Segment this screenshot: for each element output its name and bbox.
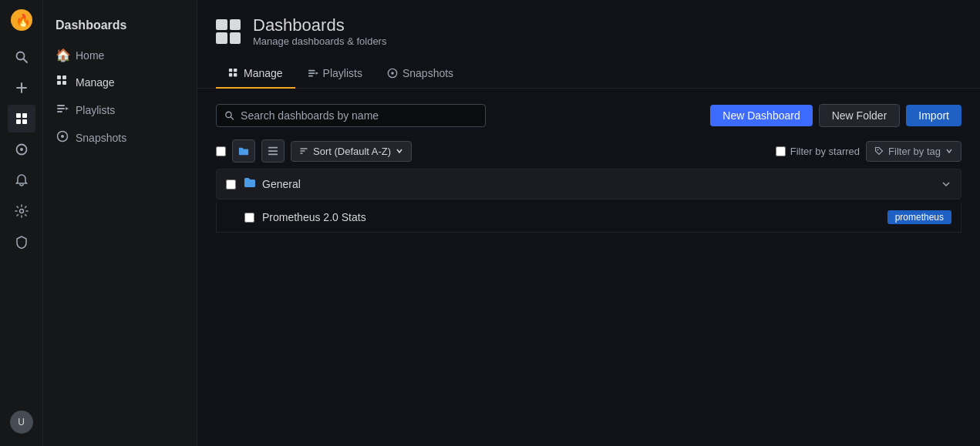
tab-playlists[interactable]: Playlists — [295, 59, 375, 89]
svg-text:🔥: 🔥 — [15, 13, 31, 28]
dashboard-row-prometheus[interactable]: Prometheus 2.0 Stats prometheus — [216, 203, 961, 233]
snapshots-icon — [56, 130, 69, 146]
main-content: Dashboards Manage dashboards & folders M… — [197, 0, 980, 446]
svg-rect-14 — [62, 75, 66, 79]
list-view-icon — [268, 146, 278, 156]
playlists-icon — [56, 102, 69, 118]
svg-rect-25 — [229, 73, 232, 76]
import-button[interactable]: Import — [906, 105, 961, 126]
tab-playlists-label: Playlists — [323, 67, 362, 79]
svg-point-22 — [61, 135, 64, 138]
filter-tag-chevron-icon — [945, 147, 953, 155]
new-folder-button[interactable]: New Folder — [819, 104, 901, 127]
tab-snapshots-label: Snapshots — [402, 67, 453, 79]
svg-rect-19 — [57, 111, 62, 112]
svg-rect-16 — [62, 81, 66, 85]
tabs-bar: Manage Playlists Snapshots — [197, 59, 980, 89]
folders-list: General Prometheus 2.0 Stats prometheus — [216, 169, 961, 233]
sort-icon — [299, 146, 308, 156]
page-header-icon — [216, 19, 241, 44]
svg-point-11 — [20, 148, 23, 151]
svg-rect-28 — [308, 72, 315, 74]
folder-name-general: General — [262, 178, 941, 190]
explore-nav-icon[interactable] — [8, 136, 35, 163]
filter-starred[interactable]: Filter by starred — [776, 146, 860, 157]
home-icon: 🏠 — [56, 48, 69, 62]
svg-rect-29 — [308, 75, 312, 77]
sidebar-title: Dashboards — [43, 12, 197, 42]
playlists-tab-icon — [308, 68, 318, 79]
sidebar-item-home-label: Home — [76, 49, 104, 62]
sidebar-item-snapshots[interactable]: Snapshots — [43, 124, 197, 152]
dashboards-nav-icon[interactable] — [8, 105, 35, 132]
page-header-text: Dashboards Manage dashboards & folders — [253, 15, 386, 47]
svg-rect-13 — [57, 75, 61, 79]
svg-rect-8 — [16, 119, 21, 124]
new-dashboard-button[interactable]: New Dashboard — [710, 105, 812, 126]
svg-marker-30 — [315, 72, 318, 75]
list-view-button[interactable] — [261, 139, 285, 163]
dashboard-tag-prometheus[interactable]: prometheus — [887, 210, 951, 224]
settings-nav-icon[interactable] — [8, 197, 35, 225]
content-area: New Dashboard New Folder Import — [197, 89, 980, 446]
svg-rect-27 — [308, 70, 315, 72]
svg-rect-17 — [57, 105, 65, 106]
shield-nav-icon[interactable] — [8, 228, 35, 256]
filter-starred-checkbox[interactable] — [776, 146, 786, 156]
tab-snapshots[interactable]: Snapshots — [375, 59, 466, 89]
sort-dropdown[interactable]: Sort (Default A-Z) — [291, 141, 412, 162]
chevron-down-icon — [396, 147, 403, 155]
svg-rect-18 — [57, 108, 65, 109]
svg-rect-7 — [22, 113, 27, 118]
page-header: Dashboards Manage dashboards & folders — [197, 0, 980, 47]
page-title: Dashboards — [253, 15, 386, 35]
add-nav-icon[interactable] — [8, 74, 35, 102]
folder-view-button[interactable] — [232, 139, 255, 163]
svg-rect-6 — [16, 113, 21, 118]
filter-tag-dropdown[interactable]: Filter by tag — [866, 141, 961, 162]
page-subtitle: Manage dashboards & folders — [253, 35, 386, 47]
dashboard-checkbox-prometheus[interactable] — [244, 213, 254, 223]
manage-tab-icon — [228, 68, 239, 79]
folder-chevron-general — [941, 179, 951, 189]
search-input[interactable] — [241, 109, 477, 122]
grafana-logo[interactable]: 🔥 — [8, 6, 35, 34]
svg-marker-20 — [66, 107, 69, 110]
svg-point-12 — [19, 210, 23, 213]
svg-rect-15 — [57, 81, 61, 85]
svg-rect-24 — [234, 69, 237, 72]
search-box[interactable] — [216, 104, 486, 127]
folder-checkbox-general[interactable] — [226, 179, 236, 189]
alerting-nav-icon[interactable] — [8, 166, 35, 194]
svg-rect-9 — [22, 119, 27, 124]
folder-row-general[interactable]: General — [216, 169, 961, 200]
main-toolbar: New Dashboard New Folder Import — [216, 104, 961, 127]
sidebar-item-manage-label: Manage — [76, 76, 115, 89]
search-input-icon — [224, 110, 234, 121]
sort-label: Sort (Default A-Z) — [313, 146, 391, 157]
svg-point-32 — [391, 72, 394, 75]
svg-point-41 — [877, 149, 879, 151]
svg-rect-26 — [234, 73, 237, 76]
nav-rail: 🔥 — [0, 0, 43, 446]
list-controls: Sort (Default A-Z) Filter by starred Fil… — [216, 139, 961, 163]
sidebar-item-playlists[interactable]: Playlists — [43, 96, 197, 124]
select-all-checkbox[interactable] — [216, 146, 226, 156]
search-nav-icon[interactable] — [8, 43, 35, 71]
tab-manage[interactable]: Manage — [216, 59, 295, 89]
manage-icon — [56, 75, 69, 90]
tag-icon — [874, 146, 884, 156]
svg-line-34 — [231, 117, 233, 119]
sidebar-item-playlists-label: Playlists — [76, 104, 115, 116]
sidebar-item-home[interactable]: 🏠 Home — [43, 42, 197, 69]
filter-tag-label: Filter by tag — [888, 146, 941, 157]
svg-rect-23 — [229, 69, 232, 72]
svg-rect-36 — [268, 150, 278, 152]
snapshots-tab-icon — [387, 68, 398, 79]
svg-line-3 — [23, 59, 27, 63]
dashboard-name-prometheus: Prometheus 2.0 Stats — [262, 211, 887, 223]
filter-starred-label: Filter by starred — [790, 146, 860, 157]
sidebar-item-manage[interactable]: Manage — [43, 69, 197, 96]
folder-icon-general — [244, 177, 256, 191]
user-avatar[interactable]: U — [10, 411, 33, 434]
